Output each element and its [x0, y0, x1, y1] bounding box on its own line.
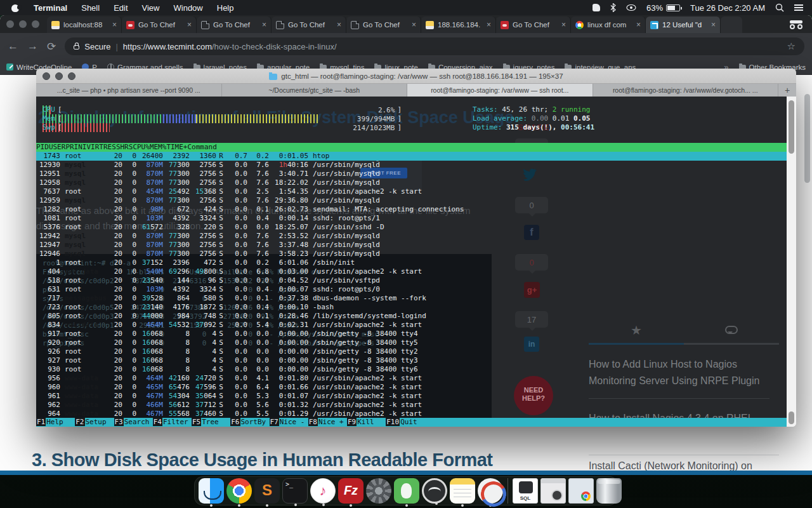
dock-icon[interactable]: ♪ [310, 478, 336, 504]
column-header[interactable]: MEM% [150, 143, 167, 152]
dock-icon[interactable] [366, 478, 391, 504]
column-header[interactable]: PRI [65, 143, 78, 152]
menu-view[interactable]: View [142, 3, 160, 13]
tab-close-icon[interactable]: × [561, 20, 566, 29]
tab-close-icon[interactable]: × [337, 20, 341, 29]
function-key[interactable]: F7Nice - [270, 418, 308, 427]
browser-tab[interactable]: localhost:88 × [47, 17, 122, 33]
browser-tab[interactable]: Go To Chef × [272, 17, 346, 33]
back-button[interactable]: ← [8, 40, 18, 53]
htop-process-row[interactable]: 805root20044000984748S0.00.10:28.46/lib/… [36, 312, 787, 321]
dock-icon[interactable]: S [254, 478, 280, 504]
new-tab-button[interactable] [721, 17, 742, 33]
terminal-content[interactable]: 2. Display Information of all File Syste… [36, 97, 787, 427]
dock-icon[interactable] [540, 478, 566, 504]
browser-tab[interactable]: 188.166.184. × [421, 17, 496, 33]
dock-icon[interactable] [478, 478, 503, 504]
bluetooth-icon[interactable] [610, 3, 616, 12]
notification-bar[interactable]: 18 Tar Command Examples in Linux [0, 471, 812, 475]
dock-icon[interactable]: >_ [282, 478, 308, 504]
htop-process-row[interactable]: 5376root20061572328220S0.00.018:25.07/us… [36, 223, 787, 232]
terminal-tab[interactable]: ...c_site — php • php artisan serve --po… [36, 84, 222, 97]
dock-icon[interactable] [568, 478, 594, 504]
column-header[interactable]: SHR [116, 143, 129, 152]
dock-icon[interactable] [422, 478, 447, 504]
page-scrollbar-thumb[interactable] [804, 94, 810, 183]
tab-close-icon[interactable]: × [112, 20, 117, 29]
terminal-new-tab-button[interactable]: + [778, 84, 796, 97]
dock-icon[interactable]: Fz [338, 478, 363, 504]
terminal-tab[interactable]: root@flamingo-staging: /var/www — ssh ro… [407, 84, 593, 97]
spotlight-icon[interactable] [775, 3, 784, 12]
tab-close-icon[interactable]: × [412, 20, 416, 29]
minimize-window-button[interactable] [55, 72, 63, 80]
htop-process-row[interactable]: 12942mysql200870M773002756S0.07.62:53.52… [36, 232, 787, 241]
htop-process-row[interactable]: 920root2001606884S0.00.00:00.00/sbin/get… [36, 338, 787, 347]
function-key[interactable]: F1Help [36, 418, 75, 427]
browser-tab[interactable]: linux df com × [571, 17, 646, 33]
column-header[interactable]: PID [36, 143, 49, 152]
htop-process-row[interactable]: 917root2001606884S0.00.00:00.00/sbin/get… [36, 330, 787, 338]
forward-button[interactable]: → [27, 40, 38, 53]
dock-icon[interactable] [199, 478, 224, 504]
menu-clock[interactable]: Tue 26 Dec 2:20 AM [690, 3, 765, 13]
reload-button[interactable]: ⟳ [47, 40, 56, 53]
dock-icon[interactable] [596, 478, 622, 504]
htop-process-row[interactable]: 723root2002314041761872S0.00.40:00.10-ba… [36, 303, 787, 312]
htop-process-row[interactable]: 1root200371522396472S0.00.26:01.06/sbin/… [36, 258, 787, 267]
htop-process-row[interactable]: 12958mysql200870M773002756S0.07.618:22.0… [36, 178, 787, 187]
scrollbar-thumb-secondary[interactable] [789, 411, 794, 424]
dock-icon[interactable] [226, 478, 252, 504]
apple-menu-icon[interactable] [11, 3, 20, 12]
htop-process-row[interactable]: 12946mysql200870M773002756S0.07.63:58.23… [36, 250, 787, 258]
column-header[interactable]: CPU% [133, 143, 150, 152]
zoom-window-button[interactable] [68, 72, 75, 80]
function-key[interactable]: F5Tree [192, 418, 230, 427]
htop-process-row[interactable]: 927root2001606884S0.00.00:00.00/sbin/get… [36, 356, 787, 365]
swirl-status-icon[interactable] [626, 3, 636, 12]
tab-close-icon[interactable]: × [636, 20, 641, 29]
function-key[interactable]: F9Kill [347, 418, 386, 427]
tab-close-icon[interactable]: × [711, 20, 716, 29]
htop-process-row[interactable]: 12930mysql200870M773002756S0.07.61h40:16… [36, 161, 787, 170]
htop-process-row[interactable]: 1282root20098M672424S0.00.126:02.73sendm… [36, 205, 787, 214]
function-key[interactable]: F8Nice + [308, 418, 347, 427]
htop-process-row[interactable]: 518root2002354014496S0.00.00:04.52/usr/s… [36, 276, 787, 285]
column-header[interactable]: USER [49, 143, 66, 152]
menu-app-name[interactable]: Terminal [34, 3, 67, 13]
htop-process-row[interactable]: 12947mysql200870M773002756S0.07.63:37.48… [36, 241, 787, 250]
column-header[interactable]: NI [78, 143, 86, 152]
function-key[interactable]: F3Search [114, 418, 153, 427]
htop-process-row[interactable]: 404www-data200540M6929649800S0.06.80:03.… [36, 267, 787, 276]
htop-process-row[interactable]: 7637root200454M2549215368S0.02.51:54.35/… [36, 187, 787, 196]
address-bar[interactable]: Secure | https://www.tecmint.com/how-to-… [65, 37, 804, 55]
column-header[interactable]: VIRT [87, 143, 104, 152]
htop-process-row[interactable]: 1743root2002640023921360R0.70.20:01.05ht… [36, 152, 787, 161]
dock-icon[interactable] [450, 478, 475, 504]
htop-process-row[interactable]: 12951mysql200870M773002756S0.07.63:40.71… [36, 170, 787, 178]
column-header[interactable]: S [129, 143, 133, 152]
sidebar-next-article[interactable]: Install Cacti (Network Monitoring) on [589, 455, 779, 472]
browser-tab[interactable]: Go To Chef × [346, 17, 421, 33]
column-header[interactable]: TIME+ [166, 143, 187, 152]
tab-close-icon[interactable]: × [187, 20, 192, 29]
terminal-title-bar[interactable]: gtc_html — root@flamingo-staging: /var/w… [36, 69, 796, 84]
zoom-window-button[interactable] [32, 20, 39, 28]
terminal-scrollbar[interactable] [787, 97, 796, 427]
dock-icon[interactable]: SQL [513, 478, 538, 504]
terminal-tab[interactable]: ~/Documents/gtc_site — -bash [222, 84, 408, 97]
htop-process-row[interactable]: 834www-data200464M5453237092S0.05.40:02.… [36, 321, 787, 330]
htop-process-row[interactable]: 717messagebus20039528864580S0.00.10:37.3… [36, 294, 787, 303]
scrollbar-thumb[interactable] [789, 100, 794, 154]
htop-process-row[interactable]: 12959mysql200870M773002756S0.07.629:36.8… [36, 196, 787, 205]
evernote-status-icon[interactable] [593, 4, 600, 11]
function-key[interactable]: F2Setup [75, 418, 114, 427]
function-key[interactable]: F4Filter [153, 418, 192, 427]
dock-icon[interactable] [394, 478, 419, 504]
htop-process-row[interactable]: 962www-data200466M5661237712S0.05.60:01.… [36, 401, 787, 410]
browser-tab[interactable]: 12 Useful "d × [646, 17, 721, 33]
chrome-window-controls[interactable] [0, 20, 47, 33]
function-key[interactable]: F6SortBy [230, 418, 269, 427]
htop-process-row[interactable]: 964www-data200467M5556837460S0.05.50:01.… [36, 410, 787, 418]
browser-tab[interactable]: Go To Chef × [496, 17, 571, 33]
